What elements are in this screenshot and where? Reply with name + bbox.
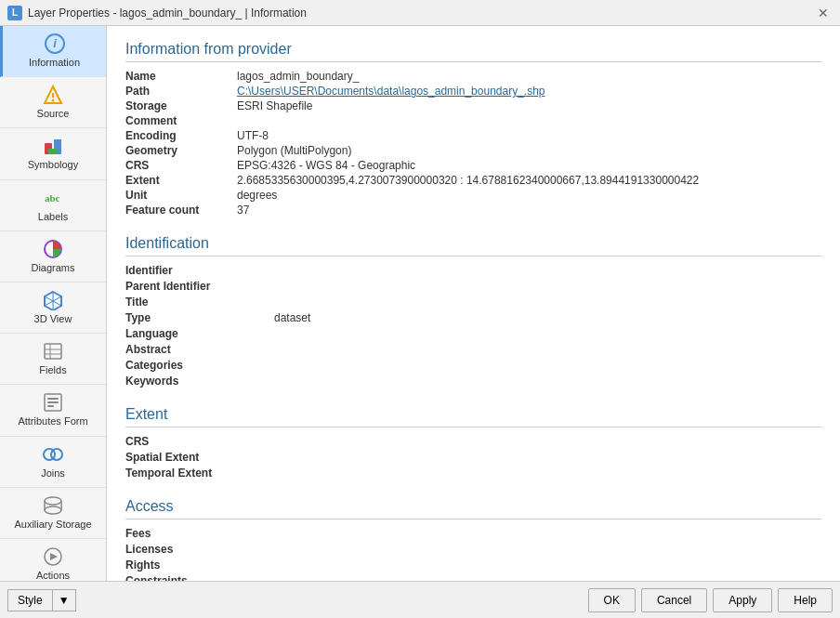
info-table: Name lagos_admin_boundary_ Path C:\Users… (125, 70, 821, 217)
extent-value: 2.6685335630000395,4.2730073900000320 : … (237, 174, 821, 187)
ident-row-parent: Parent Identifier (125, 280, 821, 293)
ident-row-identifier: Identifier (125, 264, 821, 277)
title-bar: L Layer Properties - lagos_admin_boundar… (0, 0, 840, 26)
style-dropdown-button[interactable]: ▼ (53, 589, 76, 611)
fields-icon (43, 341, 63, 362)
sidebar-label-diagrams: Diagrams (31, 262, 74, 274)
extent-section-heading: Extent (125, 406, 821, 427)
info-row-feature: Feature count 37 (125, 204, 821, 217)
sidebar-label-symbology: Symbology (28, 159, 78, 171)
access-row-constraints: Constraints (125, 574, 821, 581)
extent-row-crs: CRS (125, 435, 821, 448)
parent-label: Parent Identifier (125, 280, 274, 293)
sidebar-label-auxiliary: Auxiliary Storage (14, 519, 91, 531)
crs-label: CRS (125, 159, 237, 172)
style-button[interactable]: Style (7, 589, 53, 611)
access-section-heading: Access (125, 498, 821, 519)
rights-label: Rights (125, 559, 274, 572)
sidebar-label-labels: Labels (38, 211, 68, 223)
ident-row-categories: Categories (125, 359, 821, 372)
info-row-storage: Storage ESRI Shapefile (125, 99, 821, 112)
licenses-label: Licenses (125, 543, 274, 556)
path-value[interactable]: C:\Users\USER\Documents\data\lagos_admin… (237, 85, 821, 98)
info-row-encoding: Encoding UTF-8 (125, 129, 821, 142)
window-title: Layer Properties - lagos_admin_boundary_… (28, 7, 307, 20)
access-row-fees: Fees (125, 527, 821, 540)
access-row-rights: Rights (125, 559, 821, 572)
categories-label: Categories (125, 359, 274, 372)
storage-value: ESRI Shapefile (237, 99, 821, 112)
sidebar-label-fields: Fields (39, 364, 66, 376)
provider-section-heading: Information from provider (125, 41, 821, 62)
svg-rect-14 (45, 344, 61, 359)
encoding-label: Encoding (125, 129, 237, 142)
extent-table: CRS Spatial Extent Temporal Extent (125, 435, 821, 480)
sidebar-item-actions[interactable]: Actions (0, 539, 106, 581)
info-row-geometry: Geometry Polygon (MultiPolygon) (125, 144, 821, 157)
sidebar-label-information: Information (29, 57, 80, 69)
feature-label: Feature count (125, 204, 237, 217)
title-bar-left: L Layer Properties - lagos_admin_boundar… (7, 6, 307, 20)
svg-rect-21 (47, 405, 54, 407)
abstract-label: Abstract (125, 343, 274, 356)
info-row-crs: CRS EPSG:4326 - WGS 84 - Geographic (125, 159, 821, 172)
type-label: Type (125, 311, 274, 324)
svg-rect-7 (48, 149, 58, 154)
diagrams-icon (43, 239, 63, 259)
sidebar-item-3dview[interactable]: 3D View (0, 283, 106, 334)
keywords-label: Keywords (125, 375, 274, 388)
close-button[interactable]: ✕ (814, 4, 833, 22)
svg-point-27 (45, 506, 61, 514)
info-row-name: Name lagos_admin_boundary_ (125, 70, 821, 83)
ident-row-abstract: Abstract (125, 343, 821, 356)
sidebar-item-auxiliary[interactable]: Auxiliary Storage (0, 488, 106, 539)
identification-section-heading: Identification (125, 235, 821, 256)
unit-value: degrees (237, 189, 821, 202)
ident-row-title: Title (125, 296, 821, 309)
apply-button[interactable]: Apply (713, 588, 772, 612)
fees-label: Fees (125, 527, 274, 540)
temporal-label: Temporal Extent (125, 467, 274, 480)
ident-row-type: Type dataset (125, 311, 821, 324)
sidebar-item-information[interactable]: i Information (0, 26, 106, 77)
constraints-label: Constraints (125, 574, 274, 581)
cancel-button[interactable]: Cancel (641, 588, 707, 612)
joins-icon (43, 444, 63, 465)
sidebar-item-fields[interactable]: Fields (0, 334, 106, 385)
svg-text:i: i (53, 36, 57, 50)
sidebar-item-diagrams[interactable]: Diagrams (0, 231, 106, 283)
geometry-label: Geometry (125, 144, 237, 157)
title-label: Title (125, 296, 274, 309)
ok-button[interactable]: OK (588, 588, 636, 612)
unit-label: Unit (125, 189, 237, 202)
ident-table: Identifier Parent Identifier Title Type … (125, 264, 821, 388)
svg-rect-20 (47, 401, 59, 403)
dialog-button-group: OK Cancel Apply Help (588, 588, 833, 612)
source-icon (43, 85, 63, 105)
sidebar-item-joins[interactable]: Joins (0, 437, 106, 488)
sidebar-item-labels[interactable]: abc Labels (0, 180, 106, 231)
crs-value: EPSG:4326 - WGS 84 - Geographic (237, 159, 821, 172)
content-scroll: Information from provider Name lagos_adm… (107, 26, 840, 581)
access-row-licenses: Licenses (125, 543, 821, 556)
svg-point-23 (51, 449, 62, 460)
comment-label: Comment (125, 114, 237, 127)
storage-label: Storage (125, 99, 237, 112)
sidebar-item-source[interactable]: Source (0, 77, 106, 128)
info-row-path: Path C:\Users\USER\Documents\data\lagos_… (125, 85, 821, 98)
identifier-label: Identifier (125, 264, 274, 277)
geometry-value: Polygon (MultiPolygon) (237, 144, 821, 157)
sidebar-item-attrform[interactable]: Attributes Form (0, 385, 106, 436)
info-row-unit: Unit degrees (125, 189, 821, 202)
sidebar-item-symbology[interactable]: Symbology (0, 128, 106, 179)
access-table: Fees Licenses Rights Constraints (125, 527, 821, 581)
information-icon: i (45, 33, 65, 54)
sidebar-label-3dview: 3D View (34, 313, 72, 325)
help-button[interactable]: Help (778, 588, 833, 612)
spatial-label: Spatial Extent (125, 451, 274, 464)
encoding-value: UTF-8 (237, 129, 821, 142)
name-value: lagos_admin_boundary_ (237, 70, 821, 83)
info-row-comment: Comment (125, 114, 821, 127)
app-icon: L (7, 6, 22, 20)
svg-point-24 (45, 497, 61, 505)
